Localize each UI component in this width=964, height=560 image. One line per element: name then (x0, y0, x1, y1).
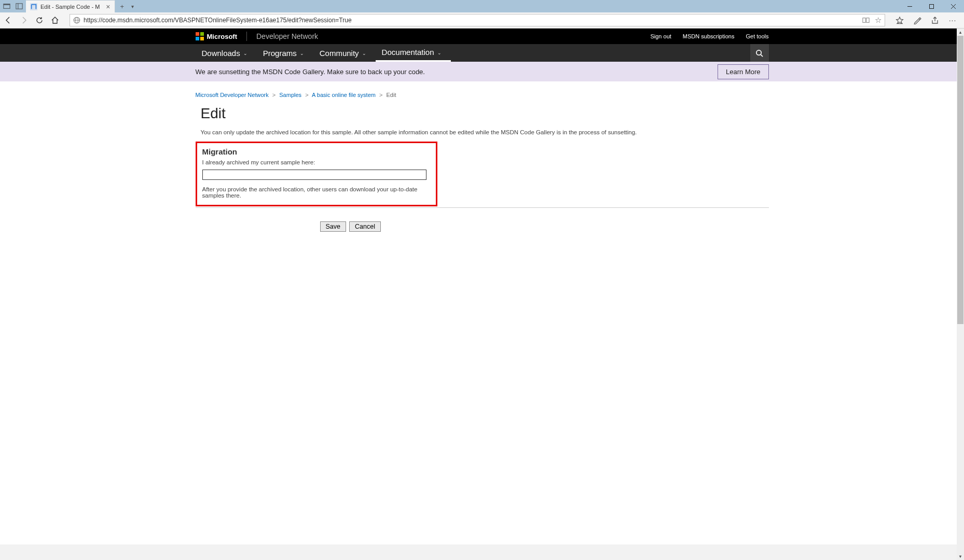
svg-rect-13 (866, 18, 869, 23)
home-button[interactable] (51, 16, 59, 24)
site-info-icon[interactable] (73, 17, 80, 24)
reading-view-icon[interactable] (862, 17, 872, 24)
forward-button[interactable] (20, 16, 28, 24)
titlebar-tab-controls: + ▾ (115, 0, 140, 12)
titlebar-left (0, 0, 26, 12)
new-tab-button[interactable]: + (120, 3, 125, 10)
tab-preview-icon[interactable] (3, 3, 10, 10)
favorites-icon[interactable] (896, 16, 904, 24)
browser-titlebar: Edit - Sample Code - M × + ▾ (0, 0, 964, 12)
close-window-button[interactable] (942, 0, 964, 12)
tab-close-icon[interactable]: × (106, 3, 110, 11)
address-bar[interactable]: https://code.msdn.microsoft.com/VBASPNET… (70, 14, 885, 26)
refresh-button[interactable] (35, 16, 44, 24)
share-icon[interactable] (931, 16, 939, 24)
svg-rect-1 (4, 4, 10, 5)
back-button[interactable] (4, 16, 12, 24)
favorite-star-icon[interactable]: ☆ (875, 16, 882, 25)
url-text: https://code.msdn.microsoft.com/VBASPNET… (84, 17, 352, 24)
tab-chevron-icon[interactable]: ▾ (131, 4, 134, 9)
svg-rect-12 (863, 18, 865, 23)
maximize-button[interactable] (920, 0, 942, 12)
browser-toolbar: https://code.msdn.microsoft.com/VBASPNET… (0, 12, 964, 29)
toolbar-right: ··· (892, 16, 960, 24)
notes-icon[interactable] (913, 16, 921, 24)
tab-favicon (30, 3, 37, 10)
svg-rect-2 (16, 4, 22, 9)
tab-title: Edit - Sample Code - M (40, 4, 100, 10)
tab-aside-icon[interactable] (16, 3, 23, 10)
window-controls (899, 0, 964, 12)
menu-icon[interactable]: ··· (948, 16, 957, 24)
svg-rect-6 (929, 4, 933, 8)
browser-tab-active[interactable]: Edit - Sample Code - M × (26, 0, 115, 12)
minimize-button[interactable] (899, 0, 920, 12)
